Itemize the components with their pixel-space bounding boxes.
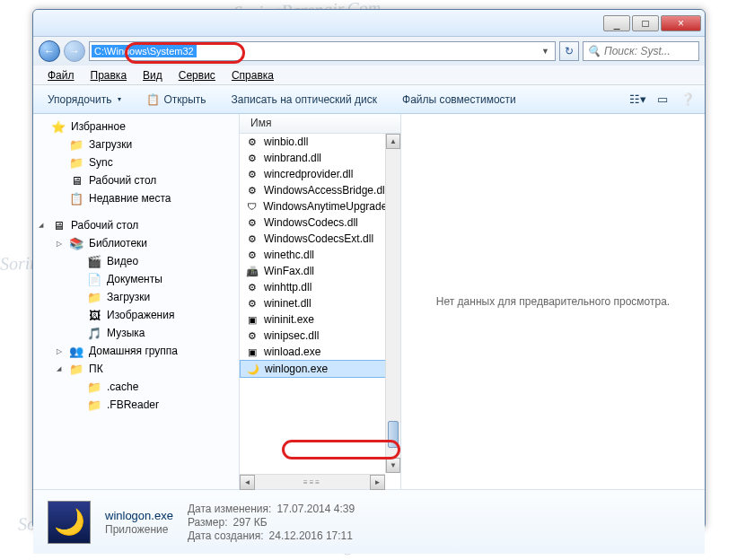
horizontal-scrollbar[interactable]: ◄ ≡≡≡ ► (240, 474, 385, 489)
file-row[interactable]: ▣wininit.exe (240, 311, 400, 328)
file-icon: 🌙 (246, 362, 260, 376)
file-icon: ⚙ (245, 135, 259, 149)
file-row[interactable]: ▣winload.exe (240, 344, 400, 360)
sidebar-desktop2[interactable]: 🖥Рабочий стол (33, 216, 239, 234)
minimize-button[interactable]: _ (603, 15, 630, 31)
desktop-icon: 🖥 (69, 173, 83, 188)
file-row[interactable]: 🌙winlogon.exe (240, 360, 400, 378)
sidebar-recent[interactable]: 📋Недавние места (33, 189, 239, 207)
details-size: 297 КБ (233, 516, 267, 529)
scroll-thumb[interactable] (388, 421, 399, 448)
menu-file[interactable]: Файл (40, 67, 82, 83)
file-name: winload.exe (264, 346, 320, 358)
file-icon: 🛡 (245, 199, 259, 214)
sidebar-pc[interactable]: 📁ПК (33, 360, 239, 378)
back-button[interactable]: ← (39, 40, 60, 62)
file-icon: ▣ (245, 345, 259, 359)
preview-pane: Нет данных для предварительного просмотр… (401, 114, 705, 489)
file-row[interactable]: ⚙winethc.dll (240, 247, 400, 263)
file-icon: ⚙ (245, 151, 259, 165)
menu-help[interactable]: Справка (224, 67, 281, 83)
file-row[interactable]: ⚙winipsec.dll (240, 328, 400, 344)
video-icon: 🎬 (87, 254, 101, 268)
file-name: WindowsCodecs.dll (264, 216, 358, 229)
sidebar-sync[interactable]: 📁Sync (33, 153, 239, 171)
column-header-name[interactable]: Имя (240, 114, 400, 134)
close-button[interactable]: × (661, 15, 701, 31)
file-row[interactable]: ⚙WindowsAccessBridge.dll (240, 182, 400, 198)
organize-button[interactable]: Упорядочить (40, 91, 128, 109)
sidebar-pictures[interactable]: 🖼Изображения (33, 306, 239, 324)
sidebar-desktop[interactable]: 🖥Рабочий стол (33, 171, 239, 189)
folder-icon: 📁 (69, 137, 83, 152)
details-modified: 17.07.2014 4:39 (276, 503, 355, 515)
file-name: wininit.exe (264, 313, 314, 326)
file-icon: ⚙ (245, 296, 259, 311)
compat-button[interactable]: Файлы совместимости (395, 91, 523, 109)
picture-icon: 🖼 (87, 308, 101, 322)
details-created-label: Дата создания: (188, 529, 264, 542)
star-icon: ⭐ (51, 119, 66, 134)
folder-icon: 📁 (87, 398, 101, 412)
file-row[interactable]: ⚙winbrand.dll (240, 150, 400, 166)
file-large-icon: 🌙 (48, 501, 91, 544)
file-icon: ⚙ (245, 215, 259, 230)
sidebar-favorites[interactable]: ⭐Избранное (33, 118, 239, 136)
file-name: winbio.dll (264, 136, 308, 148)
hscroll-track[interactable]: ≡≡≡ (255, 475, 370, 489)
maximize-button[interactable]: □ (632, 15, 659, 31)
file-row[interactable]: ⚙winhttp.dll (240, 279, 400, 295)
sidebar-cache[interactable]: 📁.cache (33, 378, 239, 396)
menu-tools[interactable]: Сервис (171, 67, 223, 83)
file-name: winlogon.exe (265, 363, 328, 375)
search-input[interactable]: 🔍 Поиск: Syst... (583, 41, 699, 61)
open-button[interactable]: 📋Открыть (139, 91, 213, 109)
preview-pane-button[interactable]: ▭ (653, 91, 672, 109)
view-mode-button[interactable]: ☷▾ (627, 91, 647, 109)
file-row[interactable]: 📠WinFax.dll (240, 263, 400, 279)
address-bar[interactable]: C:\Windows\System32 ▼ (89, 41, 556, 61)
file-row[interactable]: ⚙wincredprovider.dll (240, 166, 400, 182)
address-text: C:\Windows\System32 (92, 45, 197, 57)
sidebar-homegroup[interactable]: 👥Домашняя группа (33, 342, 239, 360)
menu-view[interactable]: Вид (136, 67, 170, 83)
sidebar-downloads[interactable]: 📁Загрузки (33, 136, 239, 153)
scroll-left-button[interactable]: ◄ (240, 475, 255, 490)
sidebar-music[interactable]: 🎵Музыка (33, 324, 239, 342)
scroll-down-button[interactable]: ▼ (386, 458, 400, 473)
address-dropdown-icon[interactable]: ▼ (538, 47, 553, 56)
refresh-button[interactable]: ↻ (559, 41, 579, 61)
file-icon: ⚙ (245, 232, 259, 246)
file-name: wincredprovider.dll (264, 168, 353, 180)
navigation-bar: ← → C:\Windows\System32 ▼ ↻ 🔍 Поиск: Sys… (33, 37, 705, 66)
scroll-right-button[interactable]: ► (370, 475, 385, 490)
main-pane: Имя ⚙winbio.dll⚙winbrand.dll⚙wincredprov… (240, 114, 705, 489)
help-icon[interactable]: ❔ (678, 91, 698, 109)
folder-icon: 📁 (69, 155, 83, 170)
scroll-up-button[interactable]: ▲ (386, 134, 400, 149)
forward-button[interactable]: → (64, 40, 85, 62)
file-row[interactable]: ⚙WindowsCodecs.dll (240, 214, 400, 231)
titlebar: _ □ × (33, 10, 705, 37)
burn-button[interactable]: Записать на оптический диск (224, 91, 385, 109)
file-row[interactable]: ⚙WindowsCodecsExt.dll (240, 231, 400, 247)
file-icon: ▣ (245, 312, 259, 327)
file-row[interactable]: ⚙winbio.dll (240, 134, 400, 150)
file-icon: ⚙ (245, 328, 259, 343)
details-type: Приложение (105, 523, 168, 536)
sidebar-libraries[interactable]: 📚Библиотеки (33, 234, 239, 252)
sidebar-video[interactable]: 🎬Видео (33, 252, 239, 270)
menu-edit[interactable]: Правка (83, 67, 135, 83)
sidebar-documents[interactable]: 📄Документы (33, 270, 239, 288)
file-row[interactable]: 🛡WindowsAnytimeUpgradeR (240, 198, 400, 214)
file-row[interactable]: ⚙wininet.dll (240, 295, 400, 311)
details-filename: winlogon.exe (105, 509, 173, 522)
details-size-label: Размер: (188, 516, 228, 529)
vertical-scrollbar[interactable]: ▲ ▼ (385, 134, 400, 473)
sidebar-downloads2[interactable]: 📁Загрузки (33, 288, 239, 306)
file-name: winethc.dll (264, 249, 314, 261)
homegroup-icon: 👥 (69, 344, 83, 358)
file-icon: ⚙ (245, 280, 259, 294)
sidebar-fbreader[interactable]: 📁.FBReader (33, 396, 239, 414)
search-icon: 🔍 (587, 45, 601, 57)
